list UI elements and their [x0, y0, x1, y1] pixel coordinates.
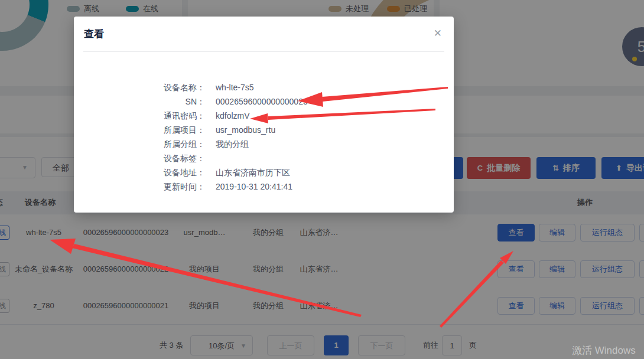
- device-management-page: 离线 在线 未处理 已处理 5 ▼ 全部 C 批量删除 ⇅ 排序 ⬆ 导出设备 …: [0, 0, 644, 359]
- view-device-modal: 查看 ✕ 设备名称：wh-lte-7s5 SN：0002659600000000…: [74, 17, 454, 213]
- field-label: 通讯密码：: [74, 109, 205, 123]
- modal-divider: [83, 51, 444, 52]
- field-value: 山东省济南市历下区: [216, 168, 290, 177]
- field-label: 所属项目：: [74, 123, 205, 137]
- field-value: 00026596000000000023: [216, 97, 308, 106]
- field-label: 设备名称：: [74, 80, 205, 94]
- field-value: 2019-10-31 20:41:41: [216, 182, 292, 191]
- modal-title: 查看: [84, 27, 104, 41]
- field-value: 我的分组: [216, 139, 249, 149]
- field-label: 更新时间：: [74, 180, 205, 194]
- windows-watermark: 激活 Windows: [572, 344, 636, 357]
- close-icon[interactable]: ✕: [434, 27, 442, 40]
- field-label: 设备标签：: [74, 151, 205, 165]
- field-value: usr_modbus_rtu: [216, 125, 275, 135]
- field-value: kdfolzmV: [216, 111, 250, 120]
- field-label: 所属分组：: [74, 137, 205, 151]
- field-value: wh-lte-7s5: [216, 83, 254, 92]
- field-label: 设备地址：: [74, 165, 205, 180]
- field-label: SN：: [74, 94, 205, 109]
- modal-body: 设备名称：wh-lte-7s5 SN：00026596000000000023 …: [74, 80, 454, 194]
